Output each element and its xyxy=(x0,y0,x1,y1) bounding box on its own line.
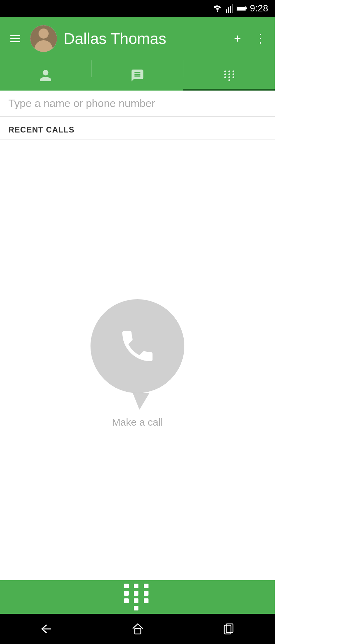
svg-point-13 xyxy=(224,76,226,78)
phone-bubble-icon xyxy=(90,292,184,400)
svg-point-14 xyxy=(228,76,230,78)
toolbar-actions: + ⋮ xyxy=(232,30,268,47)
home-icon xyxy=(131,623,144,635)
chat-icon xyxy=(130,68,144,83)
svg-rect-5 xyxy=(245,7,247,9)
phone-icon xyxy=(117,326,158,366)
tab-dialpad[interactable] xyxy=(183,60,275,91)
toolbar: Dallas Thomas + ⋮ xyxy=(0,17,275,60)
content-area: RECENT CALLS Make a call xyxy=(0,91,275,580)
svg-rect-18 xyxy=(135,629,141,634)
nav-bar xyxy=(0,614,275,644)
tabs xyxy=(0,60,275,91)
empty-state: Make a call xyxy=(0,140,275,580)
battery-icon xyxy=(237,5,247,11)
recent-calls-title: RECENT CALLS xyxy=(8,125,74,134)
empty-state-label: Make a call xyxy=(112,417,163,428)
add-button[interactable]: + xyxy=(232,30,243,47)
search-input[interactable] xyxy=(8,97,266,110)
dialpad-icon xyxy=(222,68,236,83)
bubble-circle xyxy=(90,299,184,393)
svg-point-12 xyxy=(232,73,234,75)
recents-icon xyxy=(223,623,236,635)
svg-point-11 xyxy=(228,73,230,75)
svg-rect-0 xyxy=(226,9,227,13)
avatar xyxy=(30,25,57,52)
more-options-button[interactable]: ⋮ xyxy=(253,30,268,47)
tab-contacts[interactable] xyxy=(0,60,92,91)
svg-rect-3 xyxy=(232,4,233,13)
bottom-keypad-bar[interactable] xyxy=(0,580,275,614)
app-title: Dallas Thomas xyxy=(64,30,226,48)
svg-point-7 xyxy=(224,70,226,72)
status-time: 9:28 xyxy=(250,3,268,14)
svg-rect-2 xyxy=(230,6,231,13)
tab-messages[interactable] xyxy=(92,60,183,91)
status-icons: 9:28 xyxy=(213,3,268,14)
status-bar: 9:28 xyxy=(0,0,275,17)
svg-point-16 xyxy=(228,79,230,81)
back-icon xyxy=(39,623,53,635)
svg-point-15 xyxy=(232,76,234,78)
wifi-icon xyxy=(213,5,223,12)
svg-rect-6 xyxy=(237,7,245,10)
recent-calls-section: RECENT CALLS xyxy=(0,117,275,140)
svg-point-8 xyxy=(228,70,230,72)
back-button[interactable] xyxy=(29,620,63,638)
keypad-grid-icon xyxy=(124,584,151,610)
svg-point-10 xyxy=(224,73,226,75)
person-icon xyxy=(39,68,53,83)
signal-icon xyxy=(226,4,233,13)
bubble-tail xyxy=(133,393,149,410)
svg-point-9 xyxy=(232,70,234,72)
menu-button[interactable] xyxy=(7,32,23,46)
search-area xyxy=(0,91,275,117)
home-button[interactable] xyxy=(121,619,154,639)
recents-button[interactable] xyxy=(213,619,246,639)
svg-rect-1 xyxy=(228,7,229,13)
